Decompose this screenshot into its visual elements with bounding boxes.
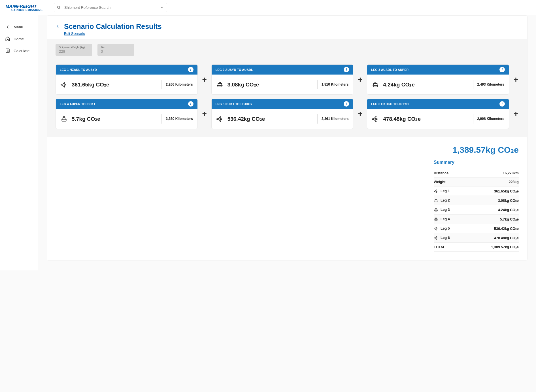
leg-card: LEG 6 HKHKG TO JPTYOi478.48kg CO₂e2,998 … [367,99,509,129]
leg-title: LEG 5 IDJKT TO HKHKG [216,102,252,106]
leg-header: LEG 4 AUPER TO IDJKTi [56,99,197,109]
chevron-left-icon [5,24,10,29]
plane-icon [372,115,379,122]
summary-value: 361.65kg CO₂e [494,189,519,193]
leg-body: 3.08kg CO₂e1,810 Kilometers [212,75,353,94]
search-icon [57,5,61,10]
search-dropdown-icon[interactable] [160,5,164,10]
leg-card: LEG 2 AUSYD TO AUADLi3.08kg CO₂e1,810 Ki… [211,64,354,95]
ship-icon [434,198,438,203]
leg-co2: 361.65kg CO₂e [72,81,158,88]
info-icon[interactable]: i [344,67,349,72]
info-icon[interactable]: i [188,101,193,107]
plus-icon: + [202,75,207,84]
main: Scenario Calculation Results Edit Scenar… [38,15,536,270]
plane-icon [434,236,438,240]
leg-title: LEG 4 AUPER TO IDJKT [60,102,95,106]
separator [317,80,318,89]
separator [473,80,473,89]
summary-label: Distance [434,171,448,175]
summary-value: 536.42kg CO₂e [494,226,519,231]
leg-body: 361.65kg CO₂e2,266 Kilometers [56,75,197,94]
summary-row: Leg 5536.42kg CO₂e [434,224,519,233]
title-row: Scenario Calculation Results Edit Scenar… [47,16,527,39]
leg-card: LEG 3 AUADL TO AUPERi4.24kg CO₂e2,493 Ki… [367,64,509,95]
summary-row: Distance16,278km [434,169,519,178]
plane-icon [60,81,68,88]
leg-co2: 478.48kg CO₂e [383,116,469,122]
leg-co2: 3.08kg CO₂e [227,81,313,88]
sidebar-item-home[interactable]: Home [0,33,38,45]
leg-distance: 1,810 Kilometers [322,82,348,86]
separator [161,80,162,89]
edit-scenario-link[interactable]: Edit Scenario [64,32,85,36]
summary-label: Leg 2 [441,198,450,202]
summary-value: 228kg [509,180,519,184]
legs-area: LEG 1 NZAKL TO AUSYDi361.65kg CO₂e2,266 … [47,64,527,137]
leg-card: LEG 5 IDJKT TO HKHKGi536.42kg CO₂e3,361 … [211,99,354,129]
leg-body: 536.42kg CO₂e3,361 Kilometers [212,109,353,129]
leg-card: LEG 1 NZAKL TO AUSYDi361.65kg CO₂e2,266 … [56,64,198,95]
summary-label: Leg 6 [441,236,450,240]
ship-icon [60,115,68,122]
leg-header: LEG 5 IDJKT TO HKHKGi [212,99,353,109]
home-icon [5,36,10,41]
info-icon[interactable]: i [499,67,505,72]
separator [161,114,162,124]
summary-value: 478.48kg CO₂e [494,236,519,240]
search-input[interactable] [54,3,167,12]
sidebar-item-menu[interactable]: Menu [0,21,38,33]
summary-block: 1,389.57kg CO₂e Summary Distance16,278km… [47,137,527,260]
info-icon[interactable]: i [188,67,193,72]
separator [473,114,473,124]
back-button[interactable] [56,24,60,29]
summary-row: Leg 34.24kg CO₂e [434,205,519,215]
plus-icon: + [513,75,519,84]
calculate-icon [5,48,10,53]
results-card: Scenario Calculation Results Edit Scenar… [47,15,528,260]
summary-label: Leg 1 [441,189,450,193]
leg-header: LEG 6 HKHKG TO JPTYOi [367,99,509,109]
ship-icon [434,207,438,212]
ship-icon [434,217,438,221]
leg-header: LEG 1 NZAKL TO AUSYDi [56,65,197,75]
leg-header: LEG 3 AUADL TO AUPERi [367,65,509,75]
inputs-row: Shipment Weight (kg) 228 Teu 0 [47,39,527,64]
leg-distance: 3,361 Kilometers [322,117,348,121]
leg-co2: 4.24kg CO₂e [383,81,469,88]
sidebar-item-label: Home [14,37,24,41]
summary-row: Leg 1361.65kg CO₂e [434,187,519,196]
info-icon[interactable]: i [499,101,505,107]
summary-value: 5.7kg CO₂e [500,217,519,221]
leg-distance: 2,266 Kilometers [166,82,193,86]
sidebar-item-calculate[interactable]: Calculate [0,45,38,57]
summary-value: 4.24kg CO₂e [498,208,519,212]
total-co2: 1,389.57kg CO₂e [434,145,519,155]
plus-icon: + [202,109,207,118]
leg-header: LEG 2 AUSYD TO AUADLi [212,65,353,75]
leg-body: 5.7kg CO₂e3,350 Kilometers [56,109,197,129]
teu-field: Teu 0 [97,44,134,56]
input-label: Shipment Weight (kg) [59,46,89,49]
summary-row: Weight228kg [434,178,519,187]
leg-distance: 3,350 Kilometers [166,117,193,121]
leg-distance: 2,998 Kilometers [477,117,504,121]
summary-title: Summary [434,160,519,167]
leg-distance: 2,493 Kilometers [477,82,504,86]
summary-row: TOTAL1,389.57kg CO₂e [434,243,519,252]
leg-co2: 536.42kg CO₂e [227,116,313,122]
input-value: 228 [59,49,89,54]
plane-icon [434,189,438,193]
summary-value: 16,278km [503,171,519,175]
ship-icon [216,81,224,88]
logo-sub: CARBON EMISSIONS [6,9,48,12]
plane-icon [434,226,438,231]
sidebar: Menu Home Calculate [0,15,38,270]
summary-value: 3.08kg CO₂e [498,198,519,203]
leg-body: 4.24kg CO₂e2,493 Kilometers [367,75,509,94]
ship-icon [372,81,379,88]
leg-title: LEG 2 AUSYD TO AUADL [216,68,253,71]
info-icon[interactable]: i [344,101,349,107]
summary-label: TOTAL [434,245,445,249]
plus-icon: + [357,109,363,118]
